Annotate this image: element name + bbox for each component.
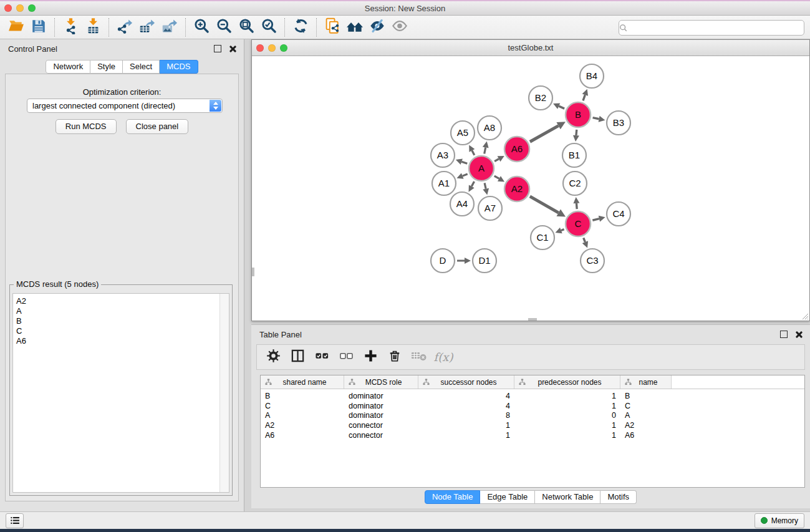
edge-C-C4[interactable] [592,219,599,221]
edge-C-C1[interactable] [561,230,564,231]
run-mcds-button[interactable]: Run MCDS [55,119,117,134]
tab-motifs[interactable]: Motifs [600,490,637,504]
add-column-button[interactable] [363,350,378,365]
hide-selected-button[interactable] [366,17,388,37]
table-row-C[interactable]: Cdominator41C [261,401,804,411]
graph-node-A8[interactable]: A8 [478,116,501,140]
graph-node-A1[interactable]: A1 [432,172,456,195]
float-panel-icon[interactable] [214,45,221,52]
zoom-out-button[interactable] [213,17,235,37]
mcds-result-item[interactable]: B [16,316,219,326]
tab-network[interactable]: Network [46,60,90,74]
zoom-traffic-light[interactable] [28,4,36,12]
mcds-result-item[interactable]: A6 [16,336,219,346]
edge-B-B2[interactable] [559,106,564,109]
edge-C-C3[interactable] [584,238,586,242]
optimization-criterion-select[interactable]: largest connected component (directed) [27,99,223,113]
zoom-in-button[interactable] [190,17,213,37]
edge-A-A4[interactable] [471,181,474,186]
mcds-result-list[interactable]: A2ABCA6 [12,293,229,493]
edge-A-A8[interactable] [485,147,486,153]
close-traffic-light[interactable] [4,4,12,12]
edge-A-A1[interactable] [463,174,468,176]
mcds-result-item[interactable]: C [16,326,219,336]
home-button[interactable] [344,17,366,37]
graph-node-B[interactable]: B [566,102,591,127]
float-table-panel-icon[interactable] [780,331,788,338]
mcds-result-item[interactable]: A [16,306,219,316]
memory-button[interactable]: Memory [755,513,804,528]
tab-network-table[interactable]: Network Table [535,490,600,504]
import-table-button[interactable] [82,17,104,37]
graph-node-D[interactable]: D [431,249,455,273]
mcds-result-item[interactable]: A2 [16,296,219,306]
edge-A-A3[interactable] [461,162,467,163]
edge-A-A5[interactable] [472,150,475,155]
graph-node-A[interactable]: A [469,156,494,181]
edge-B-B1[interactable] [576,130,577,135]
resize-grip-icon[interactable] [801,312,809,320]
zoom-selected-button[interactable] [258,17,280,37]
graph-node-A6[interactable]: A6 [504,137,529,162]
deselect-all-button[interactable] [339,350,354,365]
search-input[interactable] [628,23,804,33]
graph-node-A5[interactable]: A5 [451,121,475,145]
tab-edge-table[interactable]: Edge Table [480,490,535,504]
clone-network-button[interactable] [321,17,344,37]
tab-select[interactable]: Select [123,60,160,74]
tab-node-table[interactable]: Node Table [425,490,481,504]
import-network-button[interactable] [59,17,82,37]
tab-mcds[interactable]: MCDS [160,60,198,74]
edge-A-A6[interactable] [494,159,499,162]
edge-C-C2[interactable] [576,203,577,209]
column-header-successor-nodes[interactable]: successor nodes [418,375,514,389]
graph-node-A7[interactable]: A7 [478,196,502,220]
save-session-button[interactable] [27,17,50,37]
mcds-list-scrollbar[interactable] [219,294,229,492]
refresh-layout-button[interactable] [289,17,312,37]
graph-node-C2[interactable]: C2 [563,172,587,195]
table-row-A6[interactable]: A6connector11A6 [261,430,804,440]
graph-node-B1[interactable]: B1 [562,143,586,167]
edge-A6-B[interactable] [530,126,559,142]
network-canvas[interactable]: B4B2BB3A5A8A6A3B1AA1C2A2A4A7CC4C1C3DD1 [252,56,809,321]
edge-A-A2[interactable] [494,176,499,178]
search-box[interactable] [619,20,804,36]
select-all-button[interactable] [314,350,329,365]
open-session-button[interactable] [5,17,27,37]
graph-node-B3[interactable]: B3 [607,111,630,135]
settings-gear-button[interactable] [266,350,281,365]
close-panel-icon[interactable] [229,46,236,52]
close-table-panel-icon[interactable] [795,331,802,338]
graph-node-B4[interactable]: B4 [580,64,604,88]
export-table-button[interactable] [136,17,158,37]
zoom-fit-button[interactable] [235,17,258,37]
node-table[interactable]: shared nameMCDS rolesuccessor nodesprede… [260,375,805,488]
close-panel-button[interactable]: Close panel [126,119,189,134]
edge-B-B3[interactable] [593,118,599,119]
column-header-name[interactable]: name [620,375,672,389]
split-columns-button[interactable] [290,350,305,365]
task-history-button[interactable] [6,513,24,528]
export-image-button[interactable] [158,17,181,37]
table-row-A[interactable]: Adominator80A [261,411,804,421]
graph-node-C4[interactable]: C4 [607,202,630,226]
graph-node-A4[interactable]: A4 [450,192,474,216]
graph-node-C[interactable]: C [566,211,591,236]
column-header-predecessor-nodes[interactable]: predecessor nodes [514,375,620,389]
export-network-button[interactable] [113,17,136,37]
column-header-MCDS-role[interactable]: MCDS role [344,375,418,389]
graph-node-A2[interactable]: A2 [504,177,529,201]
edge-A2-C[interactable] [530,196,559,213]
graph-node-B2[interactable]: B2 [529,86,552,110]
tab-style[interactable]: Style [90,60,123,74]
column-header-shared-name[interactable]: shared name [261,375,344,389]
graph-node-D1[interactable]: D1 [473,249,496,273]
edge-A-A7[interactable] [485,183,486,188]
table-row-A2[interactable]: A2connector11A2 [261,420,804,430]
delete-column-button[interactable] [387,350,402,365]
edge-B-B4[interactable] [583,95,585,100]
minimize-traffic-light[interactable] [16,4,24,12]
graph-node-A3[interactable]: A3 [431,143,455,167]
graph-node-C1[interactable]: C1 [531,226,554,249]
